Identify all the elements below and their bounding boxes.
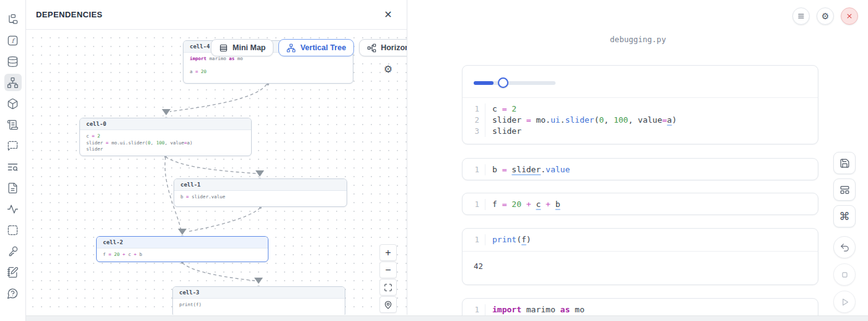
graph-node-title: cell-2 xyxy=(97,237,268,248)
notebook-cell: 1print(f)42 xyxy=(462,228,818,285)
horizontal-tree-icon xyxy=(367,43,376,53)
save-icon xyxy=(839,158,850,169)
close-panel-button[interactable]: ✕ xyxy=(381,7,396,22)
graph-node-title: cell-3 xyxy=(173,287,345,299)
dependency-graph-icon[interactable] xyxy=(4,74,22,91)
slider-widget[interactable] xyxy=(474,77,556,89)
zoom-out-button[interactable]: − xyxy=(379,262,397,278)
code-lines: b = slider.value xyxy=(485,164,570,175)
map-pin-icon xyxy=(384,301,392,309)
help-icon[interactable] xyxy=(4,284,22,302)
code-lines: print(f) xyxy=(485,234,531,245)
graph-settings-gear-icon[interactable]: ⚙ xyxy=(381,61,396,76)
graph-node-cell-1[interactable]: cell-1b = slider.value xyxy=(174,178,347,207)
line-numbers: 123 xyxy=(463,103,485,137)
undo-button[interactable] xyxy=(833,236,856,258)
layout-icon xyxy=(839,185,850,195)
horizontal-tree-button[interactable]: Horizontal Tree xyxy=(359,39,407,56)
notebook-pen-icon[interactable] xyxy=(4,263,22,281)
code-lines: c = 2slider = mo.ui.slider(0, 100, value… xyxy=(485,103,676,137)
cell-console-output: 42 xyxy=(463,252,818,283)
fit-view-icon xyxy=(384,283,392,292)
graph-node-title: cell-1 xyxy=(174,179,347,191)
notebook-cell: 123c = 2slider = mo.ui.slider(0, 100, va… xyxy=(462,65,818,144)
app-controls: ⚙ xyxy=(792,7,858,25)
vertical-tree-button[interactable]: Vertical Tree xyxy=(278,39,354,56)
zoom-in-button[interactable]: + xyxy=(379,244,397,261)
graph-node-cell-2[interactable]: cell-2f = 20 + c + b xyxy=(96,236,268,262)
vertical-tree-icon xyxy=(286,43,296,53)
graph-node-code: b = slider.value xyxy=(174,191,347,204)
cell-output-slider xyxy=(463,66,818,97)
bottom-strip xyxy=(26,315,868,321)
document-icon[interactable] xyxy=(4,179,22,196)
close-icon xyxy=(845,12,854,20)
snippets-icon[interactable] xyxy=(4,221,22,239)
settings-button[interactable]: ⚙ xyxy=(817,7,834,25)
graph-node-code: c = 2slider = mo.ui.slider(0, 100, value… xyxy=(80,130,251,156)
list-search-icon[interactable] xyxy=(4,158,22,175)
notebook-editor: debugging.py 123c = 2slider = mo.ui.slid… xyxy=(408,0,868,321)
graph-node-title: cell-0 xyxy=(80,118,251,130)
mini-map-icon xyxy=(219,43,228,53)
notebook-cell: 1f = 20 + c + b xyxy=(462,193,818,215)
key-icon[interactable] xyxy=(4,242,22,260)
graph-view-toolbar: Mini Map Vertical Tree Horizontal Tree xyxy=(211,39,407,56)
stop-button[interactable] xyxy=(833,263,856,286)
gear-icon: ⚙ xyxy=(822,12,830,20)
graph-zoom-controls: + − xyxy=(379,244,397,313)
menu-button[interactable] xyxy=(792,7,810,25)
line-numbers: 1 xyxy=(463,164,485,175)
svg-text:f: f xyxy=(12,37,16,44)
scroll-icon[interactable] xyxy=(4,116,22,133)
notebook-cell: 1b = slider.value xyxy=(462,158,818,180)
dependencies-panel: DEPENDENCIES ✕ xyxy=(26,0,407,315)
cell-code-editor[interactable]: 1print(f) xyxy=(463,229,818,251)
graph-node-code: print(f) xyxy=(173,299,345,312)
notebook-filename: debugging.py xyxy=(408,35,868,44)
cell-code-editor[interactable]: 123c = 2slider = mo.ui.slider(0, 100, va… xyxy=(463,98,818,143)
graph-node-cell-0[interactable]: cell-0c = 2slider = mo.ui.slider(0, 100,… xyxy=(79,118,252,156)
line-numbers: 1 xyxy=(463,234,485,245)
file-tree-icon[interactable] xyxy=(4,11,22,28)
slider-thumb[interactable] xyxy=(498,77,508,88)
package-icon[interactable] xyxy=(4,95,22,112)
fit-view-button[interactable] xyxy=(379,279,397,296)
command-icon: ⌘ xyxy=(839,211,850,222)
line-numbers: 1 xyxy=(463,199,485,210)
menu-icon xyxy=(797,12,805,20)
command-palette-button[interactable]: ⌘ xyxy=(833,205,856,227)
shutdown-button[interactable] xyxy=(841,7,858,25)
graph-node-code: f = 20 + c + b xyxy=(97,248,268,262)
function-icon[interactable]: f xyxy=(4,32,22,49)
cell-code-editor[interactable]: 1f = 20 + c + b xyxy=(463,193,818,215)
dependencies-title: DEPENDENCIES xyxy=(36,10,102,19)
helper-sidebar: f xyxy=(0,0,26,321)
graph-node-code: import marimo as mo a = 20 xyxy=(184,53,353,79)
cell-code-editor[interactable]: 1b = slider.value xyxy=(463,159,818,180)
stop-icon xyxy=(839,270,850,280)
run-button[interactable] xyxy=(833,291,856,313)
mini-map-button[interactable]: Mini Map xyxy=(211,39,273,56)
notebook-action-rail: ⌘ xyxy=(833,152,856,318)
dependency-graph-canvas[interactable]: cell-4import marimo as mo a = 20cell-0c … xyxy=(26,30,407,315)
save-button[interactable] xyxy=(833,152,856,174)
layout-button[interactable] xyxy=(833,178,856,201)
graph-node-cell-3[interactable]: cell-3print(f) xyxy=(172,286,345,315)
dependencies-header: DEPENDENCIES ✕ xyxy=(26,0,407,30)
undo-icon xyxy=(839,242,850,253)
code-lines: f = 20 + c + b xyxy=(485,199,560,210)
database-icon[interactable] xyxy=(4,53,22,70)
activity-icon[interactable] xyxy=(4,200,22,218)
marimo-app: f xyxy=(0,0,868,321)
chat-icon[interactable] xyxy=(4,137,22,154)
locate-node-button[interactable] xyxy=(379,296,397,313)
slider-fill xyxy=(474,81,494,85)
play-icon xyxy=(839,297,850,307)
